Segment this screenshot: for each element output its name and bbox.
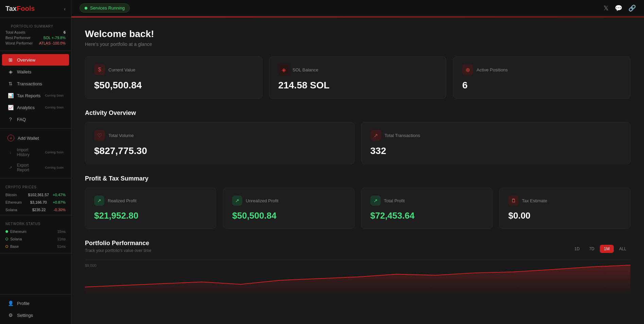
time-btn-7d[interactable]: 7D — [585, 245, 598, 253]
active-positions-icon: ⊕ — [462, 64, 473, 75]
ethereum-network-dot — [5, 230, 8, 233]
profit-section-title: Profit & Tax Summary — [85, 175, 630, 182]
tax-reports-badge: Coming Soon — [45, 94, 64, 97]
solana-name: Solana — [5, 208, 24, 212]
logo: TaxFools — [5, 5, 35, 13]
sidebar-bottom: 👤 Profile ⚙ Settings — [0, 294, 71, 324]
sidebar-item-overview[interactable]: ⊞ Overview — [2, 54, 69, 66]
settings-label: Settings — [17, 313, 64, 318]
overview-icon: ⊞ — [7, 57, 14, 63]
sol-balance-amount: 214.58 SOL — [278, 80, 437, 91]
base-network-dot — [5, 245, 8, 248]
unrealized-profit-amount: $50,500.84 — [232, 210, 345, 221]
chart-label: $9,000 — [85, 263, 97, 268]
ethereum-row: Ethereum $3,166.70 +0.87% — [0, 199, 71, 206]
analytics-badge: Coming Soon — [45, 106, 64, 109]
total-volume-icon: ♡ — [94, 130, 105, 141]
ethereum-network-name: Ethereum — [10, 229, 27, 234]
time-btn-1d[interactable]: 1D — [570, 245, 584, 253]
topbar: Services Running 𝕏 💬 🔗 — [71, 0, 644, 16]
total-volume-card: ♡ Total Volume $827,775.30 — [85, 122, 354, 164]
base-latency: 51ms — [57, 245, 66, 249]
nav-section: ⊞ Overview ◈ Wallets ⇅ Transactions 📊 Ta… — [0, 51, 71, 129]
network-section-label: NETWORK STATUS — [0, 218, 71, 228]
total-transactions-label: Total Transactions — [385, 133, 420, 138]
sidebar-collapse-button[interactable]: ‹ — [64, 6, 66, 12]
solana-price: $235.22 — [32, 208, 46, 212]
total-volume-label: Total Volume — [108, 133, 134, 138]
time-btn-1m[interactable]: 1M — [600, 245, 614, 253]
sidebar-item-transactions[interactable]: ⇅ Transactions — [2, 78, 69, 89]
sidebar-header: TaxFools ‹ — [0, 0, 71, 18]
settings-icon: ⚙ — [7, 312, 14, 318]
main-content: Services Running 𝕏 💬 🔗 Welcome back! Her… — [71, 0, 644, 324]
total-assets-row: Total Assets 6 — [5, 30, 66, 34]
profile-icon: 👤 — [7, 301, 14, 306]
sidebar-item-faq[interactable]: ? FAQ — [2, 114, 69, 125]
crypto-prices-section: CRYPTO PRICES Bitcoin $102,361.57 +0.47%… — [0, 178, 71, 215]
network-status-section: NETWORK STATUS Ethereum 10ms Solana 11ms… — [0, 215, 71, 253]
nav-tax-reports-label: Tax Reports — [17, 93, 41, 98]
actions-section: + Add Wallet ↓ Import History Coming Soo… — [0, 129, 71, 178]
solana-network-name: Solana — [10, 237, 22, 241]
export-report-badge: Coming Soon — [45, 166, 64, 169]
ethereum-name: Ethereum — [5, 200, 24, 204]
services-dot — [85, 7, 87, 10]
best-performer-row: Best Performer SOL +-79.8% — [5, 36, 66, 40]
total-profit-icon: ↗ — [370, 195, 381, 206]
current-value-card: $ Current Value $50,500.84 — [85, 56, 262, 99]
sidebar-item-analytics[interactable]: 📈 Analytics Coming Soon — [2, 102, 69, 113]
page-content: Welcome back! Here's your portfolio at a… — [71, 18, 644, 311]
total-profit-amount: $72,453.64 — [370, 210, 483, 221]
total-profit-header: ↗ Total Profit — [370, 195, 483, 206]
twitter-icon[interactable]: 𝕏 — [604, 4, 609, 12]
link-icon[interactable]: 🔗 — [628, 4, 636, 12]
worst-performer-value: ATLAS -100.0% — [39, 41, 66, 45]
solana-network-row: Solana 11ms — [0, 235, 71, 243]
performance-title-block: Portfolio Performance Track your portfol… — [85, 240, 151, 258]
logo-tax: Tax — [5, 5, 17, 12]
total-profit-label: Total Profit — [384, 198, 405, 203]
sidebar-item-settings[interactable]: ⚙ Settings — [2, 309, 69, 321]
bitcoin-row: Bitcoin $102,361.57 +0.47% — [0, 191, 71, 199]
solana-change: -0.30% — [54, 208, 66, 212]
time-btn-all[interactable]: ALL — [615, 245, 630, 253]
realized-profit-card: ↗ Realized Profit $21,952.80 — [85, 188, 216, 229]
sidebar-item-wallets[interactable]: ◈ Wallets — [2, 66, 69, 78]
import-history-label: Import History — [17, 148, 42, 157]
realized-profit-icon: ↗ — [94, 195, 104, 206]
current-value-header: $ Current Value — [94, 64, 253, 75]
worst-performer-row: Worst Performer ATLAS -100.0% — [5, 41, 66, 45]
portfolio-summary: PORTFOLIO SUMMARY Total Assets 6 Best Pe… — [0, 18, 71, 51]
current-value-label: Current Value — [108, 67, 135, 72]
time-buttons: 1D 7D 1M ALL — [570, 245, 630, 253]
unrealized-profit-icon: ↗ — [232, 195, 242, 206]
activity-section-title: Activity Overview — [85, 109, 630, 117]
nav-wallets-label: Wallets — [17, 69, 64, 74]
tax-reports-icon: 📊 — [7, 93, 14, 98]
add-wallet-button[interactable]: + Add Wallet — [2, 132, 69, 144]
realized-profit-amount: $21,952.80 — [94, 210, 207, 221]
profile-label: Profile — [17, 301, 64, 306]
activity-row: ♡ Total Volume $827,775.30 ↗ Total Trans… — [85, 122, 630, 164]
best-performer-label: Best Performer — [5, 36, 31, 40]
analytics-icon: 📈 — [7, 105, 14, 110]
export-report-item: ↗ Export Report Coming Soon — [2, 160, 69, 175]
ethereum-latency: 10ms — [57, 230, 66, 234]
total-volume-header: ♡ Total Volume — [94, 130, 345, 141]
add-wallet-label: Add Wallet — [18, 136, 39, 141]
crypto-section-label: CRYPTO PRICES — [0, 181, 71, 191]
solana-row: Solana $235.22 -0.30% — [0, 206, 71, 214]
sidebar-item-tax-reports[interactable]: 📊 Tax Reports Coming Soon — [2, 90, 69, 101]
base-network-name: Base — [10, 244, 19, 249]
solana-network-left: Solana — [5, 237, 22, 241]
red-divider — [71, 16, 644, 18]
portfolio-summary-label: PORTFOLIO SUMMARY — [5, 20, 66, 30]
wallets-icon: ◈ — [7, 69, 14, 74]
nav-transactions-label: Transactions — [17, 81, 64, 86]
add-wallet-icon: + — [7, 135, 14, 141]
total-assets-value: 6 — [64, 30, 66, 34]
chat-icon[interactable]: 💬 — [615, 4, 622, 12]
sidebar-item-profile[interactable]: 👤 Profile — [2, 297, 69, 309]
sol-balance-icon: ◈ — [278, 64, 289, 75]
